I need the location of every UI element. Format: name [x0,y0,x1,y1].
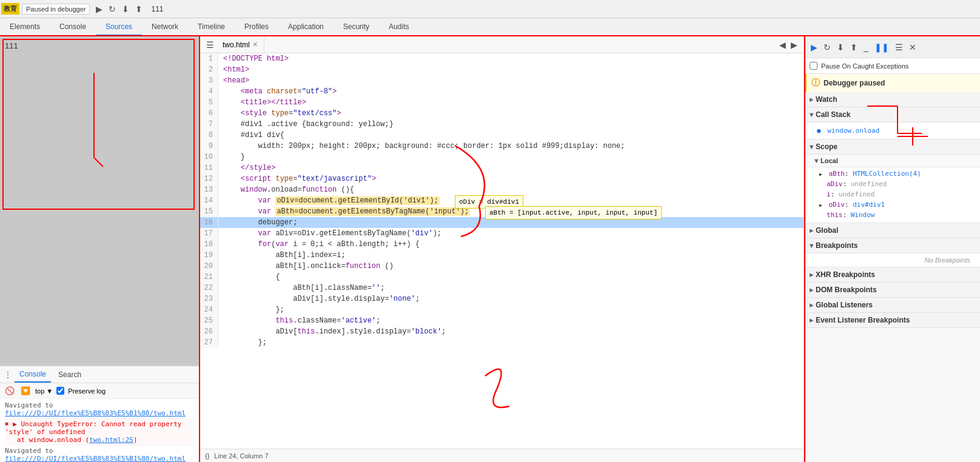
code-line-23: 23 aDiv[i].style.display='none'; [200,293,804,304]
settings-btn[interactable]: ☰ [893,41,905,53]
resume-button[interactable]: ▶ [93,3,105,15]
deactivate-breakpoints-btn[interactable]: ⎯ [861,41,871,53]
global-triangle-icon: ▶ [810,228,813,233]
event-listener-triangle-icon: ▶ [810,318,813,323]
breakpoints-label: Breakpoints [816,241,858,250]
preserve-log-checkbox[interactable] [56,387,64,395]
code-line-12: 12 <script type="text/javascript"> [200,173,804,184]
info-circle-icon: ⓘ [811,78,820,89]
scroll-right-button[interactable]: ▶ [788,39,800,51]
local-scope-header[interactable]: ▶ Local [805,155,980,167]
code-line-18: 18 for(var i = 0;i < aBth.length; i++) { [200,239,804,250]
right-toolbar: ▶ ↻ ⬇ ⬆ ⎯ ❚❚ ☰ ✕ [805,36,980,58]
call-stack-item-onload[interactable]: ● window.onload [817,125,975,136]
tab-elements[interactable]: Elements [0,19,50,36]
code-line-5: 5 <title></title> [200,97,804,108]
event-listener-label: Event Listener Breakpoints [816,316,910,324]
tooltip-abth: aBth = [input.active, input, input, inpu… [485,206,662,219]
tab-search-bottom[interactable]: Search [53,366,86,383]
scope-item-this: this: Window [819,210,975,220]
call-stack-section-header[interactable]: ▶ Call Stack [805,107,980,122]
code-editor[interactable]: 1 <!DOCTYPE html> 2 <html> 3 <head> 4 <m… [200,53,804,449]
resume-debugger-button[interactable]: ▶ [808,41,820,53]
dom-label: DOM Breakpoints [816,286,877,294]
xhr-breakpoints-header[interactable]: ▶ XHR Breakpoints [805,267,980,283]
console-msg-2: Navigated to file:///D:/UI/flex%E5%B8%83… [5,446,195,462]
code-line-15: 15 var aBth=document.getElementsByTagNam… [200,206,804,217]
call-stack-item-label: window.onload [827,127,879,135]
tab-console[interactable]: Console [50,19,96,36]
top-filter-label[interactable]: top ▼ [35,387,53,395]
file-tab-two-html[interactable]: two.html ✕ [216,36,264,53]
error-icon: ✖ [5,420,9,428]
console-toolbar: ⋮ Console Search [0,366,200,383]
scroll-left-button[interactable]: ◀ [777,39,788,51]
event-listener-header[interactable]: ▶ Event Listener Breakpoints [805,313,980,328]
webpage-preview: 111 [0,36,200,365]
step-over-btn[interactable]: ↻ [821,41,833,53]
tab-timeline[interactable]: Timeline [188,19,235,36]
navigate-link-2[interactable]: file:///D:/UI/flex%E5%B8%83%E5%B1%80/two… [5,455,186,462]
code-line-20: 20 aBth[i].onclick=function () [200,261,804,272]
expand-icon: ▶ [819,172,822,177]
tab-network[interactable]: Network [142,19,188,36]
watch-section-header[interactable]: ▶ Watch [805,92,980,107]
code-line-1: 1 <!DOCTYPE html> [200,53,804,64]
step-out-button[interactable]: ⬆ [133,3,145,15]
file-tab-close[interactable]: ✕ [252,41,258,49]
filter-button[interactable]: 🔽 [19,385,32,397]
dom-breakpoints-header[interactable]: ▶ DOM Breakpoints [805,283,980,298]
global-listeners-triangle-icon: ▶ [810,303,813,308]
tab-audits[interactable]: Audits [379,19,418,36]
code-line-2: 2 <html> [200,64,804,75]
code-line-7: 7 #div1 .active {background: yellow;} [200,119,804,130]
code-line-3: 3 <head> [200,75,804,86]
debugger-paused-text: Debugger paused [824,79,885,87]
navigate-link-1[interactable]: file:///D:/UI/flex%E5%B8%83%E5%B1%80/two… [5,409,186,417]
code-line-19: 19 aBth[i].index=i; [200,250,804,261]
code-line-4: 4 <meta charset="utf-8"> [200,86,804,97]
pause-on-caught-checkbox[interactable] [810,62,817,70]
debug-controls: ▶ ↻ ⬇ ⬆ [93,3,145,15]
code-line-22: 22 aBth[i].className=''; [200,283,804,293]
close-panel-btn[interactable]: ✕ [907,41,919,53]
step-into-btn[interactable]: ⬇ [834,41,847,53]
scope-section-header[interactable]: ▶ Scope [805,139,980,155]
tab-application[interactable]: Application [278,19,334,36]
nav-tabs: Elements Console Sources Network Timelin… [0,18,980,36]
webpage-content: 111 [0,36,200,55]
tab-profiles[interactable]: Profiles [235,19,278,36]
console-msg-1: Navigated to file:///D:/UI/flex%E5%B8%83… [5,400,195,419]
scope-label: Scope [816,142,837,151]
debugger-paused-banner: ⓘ Debugger paused [805,74,980,92]
step-out-btn[interactable]: ⬆ [848,41,860,53]
clear-console-button[interactable]: 🚫 [4,385,16,397]
global-section-header[interactable]: ▶ Global [805,223,980,238]
step-into-button[interactable]: ⬇ [119,3,132,15]
step-over-button[interactable]: ↻ [106,3,118,15]
toggle-sidebar-button[interactable]: ☰ [204,39,216,51]
code-line-13: 13 window.onload=function (){ [200,184,804,195]
curly-brace-icon: {} [205,452,209,460]
breakpoints-section-header[interactable]: ▶ Breakpoints [805,238,980,253]
bullet-icon: ● [817,127,821,135]
error-link[interactable]: two.html:25 [89,436,133,444]
tab-console-bottom[interactable]: Console [15,366,51,383]
scope-item-i: i: undefined [819,189,975,199]
local-label: Local [821,157,838,164]
console-msg-error: ✖ ▶ Uncaught TypeError: Cannot read prop… [5,419,195,446]
code-line-11: 11 </style> [200,162,804,173]
global-listeners-header[interactable]: ▶ Global Listeners [805,298,980,313]
local-triangle-icon: ▶ [814,159,819,162]
svg-line-1 [94,158,103,167]
more-icon[interactable]: ⋮ [4,370,12,380]
svg-rect-2 [3,39,194,209]
pause-on-caught-label: Pause On Caught Exceptions [821,62,908,70]
annotation-svg [0,36,200,365]
global-label: Global [816,226,838,235]
code-line-6: 6 <style type="text/css"> [200,108,804,119]
call-stack-triangle-icon: ▶ [809,113,814,116]
tab-sources[interactable]: Sources [96,19,142,36]
pause-btn[interactable]: ❚❚ [872,41,891,53]
tab-security[interactable]: Security [334,19,379,36]
